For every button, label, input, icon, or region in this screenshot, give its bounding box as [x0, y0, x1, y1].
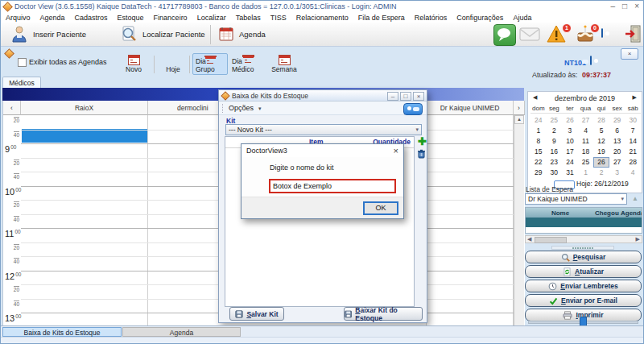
kit-select[interactable]: --- Novo Kit ---▾	[225, 124, 422, 135]
warning-icon[interactable]: 1	[547, 25, 566, 44]
menu-item-estoque[interactable]: Estoque	[113, 14, 149, 22]
calendar-day[interactable]: 4	[578, 126, 594, 136]
calendar-day[interactable]: 20	[609, 147, 625, 157]
delete-item-icon[interactable]	[417, 149, 426, 160]
ok-button[interactable]: OK	[363, 201, 398, 215]
hscroll-left-icon[interactable]: ◀	[527, 236, 531, 242]
calendar-day[interactable]: 10	[562, 136, 578, 147]
calendar-day[interactable]: 21	[625, 147, 641, 157]
calendar-day[interactable]: 22	[530, 157, 547, 168]
mail-icon[interactable]	[519, 27, 540, 44]
scroll-up-icon[interactable]: ▴	[514, 115, 524, 124]
menu-item-agenda[interactable]: Agenda	[35, 14, 70, 22]
close-icon[interactable]: ×	[634, 2, 639, 10]
kit-minimize-icon[interactable]: –	[387, 92, 398, 101]
menu-item-relatorios[interactable]: Relatórios	[410, 14, 452, 22]
menu-item-relacionamento[interactable]: Relacionamento	[291, 14, 353, 22]
calendar-day[interactable]: 4	[625, 168, 641, 178]
menu-item-arquivo[interactable]: Arquivo	[1, 14, 35, 22]
tab-baixa-de-kits[interactable]: Baixa de Kits do Estoque	[2, 327, 122, 337]
button-pesquisar[interactable]: Pesquisar	[525, 251, 642, 263]
calendar-day[interactable]: 6	[609, 126, 625, 136]
agenda-button[interactable]: Agenda	[239, 30, 266, 39]
waiting-doctor-select[interactable]: Dr Kaique UNIMED▾	[525, 193, 627, 205]
calendar-day[interactable]: 26	[593, 157, 609, 168]
button-enviar-por-e-mail[interactable]: Enviar por E-mail	[525, 294, 642, 307]
panel-splitter[interactable]	[551, 246, 614, 250]
menu-item-configuracoes[interactable]: Configurações	[452, 14, 508, 22]
prompt-close-icon[interactable]: ×	[394, 146, 398, 155]
calendar-day[interactable]: 3	[562, 126, 578, 136]
calendar-day[interactable]: 27	[609, 157, 625, 168]
view-day-doctor-tab[interactable]: Dia Médico	[229, 53, 266, 75]
button-enviar-lembretes[interactable]: Enviar Lembretes	[525, 280, 642, 292]
calendar-day[interactable]: 15	[530, 147, 547, 157]
waiting-list-table[interactable]: Nome Chegou Agenda	[525, 207, 642, 234]
calendar-day[interactable]: 24	[530, 115, 547, 126]
calendar-day[interactable]: 9	[547, 136, 563, 147]
maximize-icon[interactable]: □	[622, 2, 627, 10]
column-header-dr-kaique[interactable]: Dr Kaique UNIMED	[427, 101, 514, 115]
exit-icon[interactable]	[624, 24, 642, 45]
tab-agenda[interactable]: Agenda	[122, 327, 241, 337]
menu-item-financeiro[interactable]: Financeiro	[149, 14, 192, 22]
menu-item-ajuda[interactable]: Ajuda	[508, 14, 536, 22]
button-atualizar[interactable]: Atualizar	[525, 265, 642, 278]
calendar-day[interactable]: 25	[578, 157, 594, 168]
calendar-day[interactable]: 29	[609, 115, 625, 126]
menu-item-cadastros[interactable]: Cadastros	[70, 14, 113, 22]
calendar-day[interactable]: 19	[593, 147, 609, 157]
calendar-day[interactable]: 2	[593, 168, 609, 178]
calendar-day[interactable]: 28	[593, 115, 609, 126]
menu-item-fila-de-espera[interactable]: Fila de Espera	[353, 14, 410, 22]
menu-item-tiss[interactable]: TISS	[266, 14, 291, 22]
kit-close-icon[interactable]: ×	[413, 92, 424, 101]
close-panel-icon[interactable]: ×	[621, 48, 638, 60]
schedule-column-dr-kaique[interactable]	[427, 115, 514, 326]
collapse-up-icon[interactable]: ▲	[632, 195, 638, 202]
insert-patient-button[interactable]: Inserir Paciente	[33, 30, 86, 39]
calendar-day[interactable]: 14	[625, 136, 641, 147]
calendar-day[interactable]: 29	[530, 168, 547, 178]
waiting-list-selected-row[interactable]	[526, 218, 642, 227]
calendar-day[interactable]: 31	[562, 168, 578, 178]
today-button[interactable]: Hoje	[159, 53, 188, 75]
locate-patient-button[interactable]: Localizar Paciente	[142, 30, 205, 39]
hscroll-thumb[interactable]	[535, 237, 567, 243]
calendar-day[interactable]: 13	[609, 136, 625, 147]
calendar-day[interactable]: 26	[562, 115, 578, 126]
calendar-day[interactable]: 1	[530, 126, 547, 136]
calendar-day[interactable]: 11	[578, 136, 594, 147]
schedule-vertical-scrollbar[interactable]: ▴	[514, 115, 524, 326]
save-kit-button[interactable]: Salvar Kit	[229, 307, 284, 321]
calendar-day[interactable]: 3	[609, 168, 625, 178]
schedule-column-raiox[interactable]	[21, 115, 148, 326]
room-contacts-icon[interactable]	[590, 56, 592, 65]
scroll-right-icon[interactable]: ›	[514, 101, 525, 115]
menu-item-tabelas[interactable]: Tabelas	[231, 14, 266, 22]
checkout-kit-button[interactable]: Baixar Kit do Estoque	[344, 307, 423, 321]
calendar-day[interactable]: 23	[547, 157, 563, 168]
calendar-day[interactable]: 30	[547, 168, 563, 178]
calendar-day[interactable]: 1	[578, 168, 594, 178]
scroll-left-icon[interactable]: ‹	[3, 101, 21, 115]
tab-medicos[interactable]: Médicos	[2, 77, 41, 89]
waiting-list-hscrollbar[interactable]: ◀ ▶	[525, 235, 642, 243]
calendar-day[interactable]: 12	[593, 136, 609, 147]
view-day-group-tab[interactable]: Dia Grupo	[192, 53, 228, 75]
calendar-day[interactable]: 2	[547, 126, 563, 136]
calendar-day[interactable]: 30	[625, 115, 641, 126]
new-appointment-button[interactable]: Novo	[118, 53, 149, 75]
hscroll-right-icon[interactable]: ▶	[636, 236, 640, 242]
birthday-cake-icon[interactable]: 0	[576, 25, 595, 45]
opcoes-menu[interactable]: Opções▾	[229, 104, 262, 112]
calendar-day[interactable]: 24	[562, 157, 578, 168]
calendar-day[interactable]: 7	[625, 126, 641, 136]
show-all-agendas-checkbox[interactable]	[18, 58, 27, 67]
chat-button[interactable]	[493, 24, 516, 46]
minimize-icon[interactable]: –	[611, 2, 616, 10]
selected-time-slot[interactable]	[22, 129, 147, 143]
calendar-day[interactable]: 25	[547, 115, 563, 126]
view-week-tab[interactable]: Semana	[268, 53, 300, 75]
column-header-raiox[interactable]: RaioX	[21, 101, 148, 115]
